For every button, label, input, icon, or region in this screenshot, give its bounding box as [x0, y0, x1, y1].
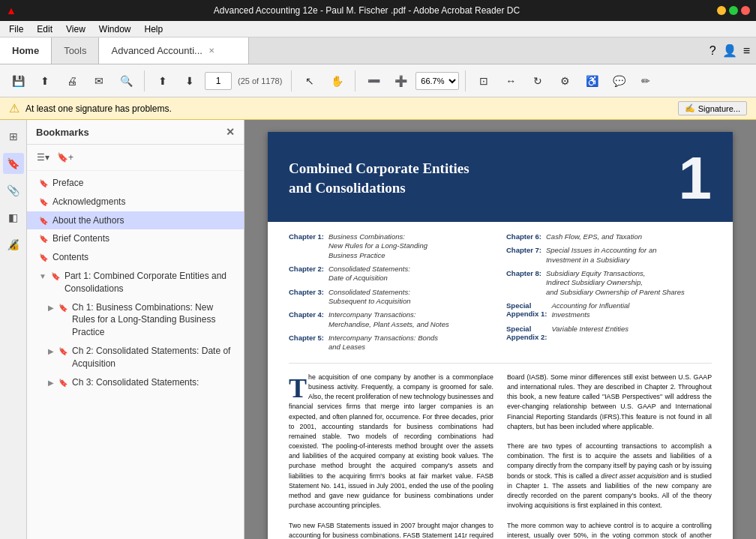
zoom-in-button[interactable]: ➕: [388, 69, 412, 93]
bookmark-brief-contents[interactable]: 🔖 Brief Contents: [27, 229, 244, 248]
bookmark-icon: 🔖: [58, 346, 68, 357]
bookmark-preface-label: Preface: [52, 177, 238, 190]
bookmark-ch1[interactable]: ▶ 🔖 Ch 1: Business Combinations: New Rul…: [27, 298, 244, 342]
bookmark-ch3[interactable]: ▶ 🔖 Ch 3: Consolidated Statements:: [27, 373, 244, 392]
toc-ch3: Chapter 3: Consolidated Statements:Subse…: [289, 288, 494, 307]
close-window-button[interactable]: [741, 6, 750, 15]
toc-left: Chapter 1: Business Combinations:New Rul…: [289, 232, 494, 355]
bookmark-part1-label: Part 1: Combined Corporate Entities and …: [64, 270, 238, 295]
comment-button[interactable]: 💬: [607, 69, 631, 93]
next-page-button[interactable]: ⬇: [178, 69, 202, 93]
bookmark-add-button[interactable]: 🔖+: [56, 148, 75, 167]
bookmark-about-authors[interactable]: 🔖 About the Authors: [27, 211, 244, 230]
print-button[interactable]: 🖨: [60, 69, 84, 93]
bookmark-about-authors-label: About the Authors: [52, 214, 238, 227]
bookmark-ch1-label: Ch 1: Business Combinations: New Rules f…: [72, 301, 238, 339]
layers-button[interactable]: ◧: [3, 207, 24, 228]
signature-button[interactable]: ✍ Signature...: [678, 101, 747, 115]
pdf-chapter-header: Combined Corporate Entitiesand Consolida…: [268, 132, 733, 222]
attachments-button[interactable]: 📎: [3, 180, 24, 201]
zoom-out-button[interactable]: ➖: [362, 69, 386, 93]
search-button[interactable]: 🔍: [114, 69, 138, 93]
bookmarks-header: Bookmarks ✕: [27, 120, 244, 145]
bookmark-contents[interactable]: 🔖 Contents: [27, 248, 244, 267]
expand-icon: ▶: [48, 378, 54, 388]
tab-actions: ? 👤 ≡: [704, 37, 756, 64]
tab-tools[interactable]: Tools: [52, 37, 99, 64]
bookmark-part1[interactable]: ▼ 🔖 Part 1: Combined Corporate Entities …: [27, 267, 244, 298]
pen-button[interactable]: ✏: [634, 69, 658, 93]
minimize-button[interactable]: [717, 6, 726, 15]
toolbar-separator-3: [355, 70, 356, 91]
toc-ch2: Chapter 2: Consolidated Statements:Date …: [289, 265, 494, 283]
bookmarks-toolbar: ☰▾ 🔖+: [27, 145, 244, 171]
bookmark-ch2[interactable]: ▶ 🔖 Ch 2: Consolidated Statements: Date …: [27, 342, 244, 373]
bookmarks-button[interactable]: 🔖: [3, 153, 24, 174]
menu-help[interactable]: Help: [139, 22, 170, 36]
menu-file[interactable]: File: [3, 22, 29, 36]
toc-ch4: Chapter 4: Intercompany Transactions:Mer…: [289, 310, 494, 329]
bookmark-icon: 🔖: [39, 216, 48, 226]
accessibility-button[interactable]: ♿: [580, 69, 604, 93]
zoom-select[interactable]: 66.7% 50% 75% 100% 125% 150% 200%: [416, 72, 459, 90]
upload-button[interactable]: ⬆: [33, 69, 57, 93]
tab-document-label: Advanced Accounti...: [111, 45, 202, 56]
page-total: (25 of 1178): [238, 76, 282, 85]
pdf-body-left: T he acquisition of one company by anoth…: [289, 373, 494, 539]
toc-ch6: Chapter 6: Cash Flow, EPS, and Taxation: [506, 232, 712, 241]
prev-page-button[interactable]: ⬆: [151, 69, 175, 93]
menu-bar: File Edit View Window Help: [0, 21, 756, 37]
menu-edit[interactable]: Edit: [31, 22, 58, 36]
toc-ch7: Chapter 7: Special Issues in Accounting …: [506, 246, 712, 265]
toolbar-separator-4: [465, 70, 466, 91]
title-bar: ▲ Advanced Accounting 12e - Paul M. Fisc…: [0, 0, 756, 21]
fit-width-button[interactable]: ↔: [499, 69, 523, 93]
alert-icon: ⚠: [9, 101, 20, 115]
toc-ch8: Chapter 8: Subsidiary Equity Transaction…: [506, 269, 712, 297]
toc-app2: SpecialAppendix 2: Variable Interest Ent…: [506, 325, 712, 341]
more-button[interactable]: ≡: [743, 44, 750, 58]
help-button[interactable]: ?: [710, 44, 716, 58]
bookmarks-close-button[interactable]: ✕: [226, 126, 235, 138]
tab-home-label: Home: [12, 45, 39, 56]
toc-app1: SpecialAppendix 1: Accounting for Influe…: [506, 301, 712, 320]
close-tab-button[interactable]: ✕: [208, 46, 214, 55]
hand-tool-button[interactable]: ✋: [325, 69, 349, 93]
bookmark-icon: 🔖: [39, 178, 48, 189]
toc-right: Chapter 6: Cash Flow, EPS, and Taxation …: [506, 232, 712, 355]
tab-document[interactable]: Advanced Accounti... ✕: [99, 37, 249, 64]
save-button[interactable]: 💾: [6, 69, 30, 93]
bookmarks-panel: Bookmarks ✕ ☰▾ 🔖+ 🔖 Preface 🔖 Acknowledg…: [27, 120, 244, 539]
tab-home[interactable]: Home: [0, 37, 52, 64]
main-area: ⊞ 🔖 📎 ◧ 🔏 Bookmarks ✕ ☰▾ 🔖+ 🔖 Preface 🔖 …: [0, 120, 756, 539]
page-number-input[interactable]: [205, 72, 232, 90]
bookmarks-list[interactable]: 🔖 Preface 🔖 Acknowledgments 🔖 About the …: [27, 171, 244, 539]
bookmark-brief-contents-label: Brief Contents: [52, 232, 238, 245]
bookmark-icon: 🔖: [58, 378, 68, 388]
tools-button[interactable]: ⚙: [553, 69, 577, 93]
signature-label: Signature...: [698, 104, 740, 113]
bookmark-preface[interactable]: 🔖 Preface: [27, 174, 244, 193]
menu-window[interactable]: Window: [93, 22, 137, 36]
signatures-panel-button[interactable]: 🔏: [3, 234, 24, 255]
email-button[interactable]: ✉: [87, 69, 111, 93]
fit-page-button[interactable]: ⊡: [472, 69, 496, 93]
bookmark-acknowledgments-label: Acknowledgments: [52, 196, 238, 208]
toolbar: 💾 ⬆ 🖨 ✉ 🔍 ⬆ ⬇ (25 of 1178) ↖ ✋ ➖ ➕ 66.7%…: [0, 64, 756, 97]
bookmark-icon: 🔖: [39, 197, 48, 208]
select-tool-button[interactable]: ↖: [298, 69, 322, 93]
maximize-button[interactable]: [729, 6, 738, 15]
bookmark-view-options[interactable]: ☰▾: [33, 148, 52, 167]
window-title: Advanced Accounting 12e - Paul M. Fische…: [16, 5, 717, 16]
page-thumbnail-button[interactable]: ⊞: [3, 126, 24, 147]
signature-icon: ✍: [685, 103, 695, 113]
bookmark-icon: 🔖: [51, 271, 60, 282]
rotate-button[interactable]: ↻: [526, 69, 550, 93]
bookmark-acknowledgments[interactable]: 🔖 Acknowledgments: [27, 193, 244, 211]
alert-message: At least one signature has problems.: [26, 103, 672, 114]
pdf-toc: Chapter 1: Business Combinations:New Rul…: [268, 222, 733, 363]
pdf-viewer[interactable]: Combined Corporate Entitiesand Consolida…: [244, 120, 756, 539]
pdf-body-right: Board (IASB). Some minor differences sti…: [507, 373, 712, 539]
sign-in-button[interactable]: 👤: [722, 43, 737, 58]
menu-view[interactable]: View: [60, 22, 92, 36]
